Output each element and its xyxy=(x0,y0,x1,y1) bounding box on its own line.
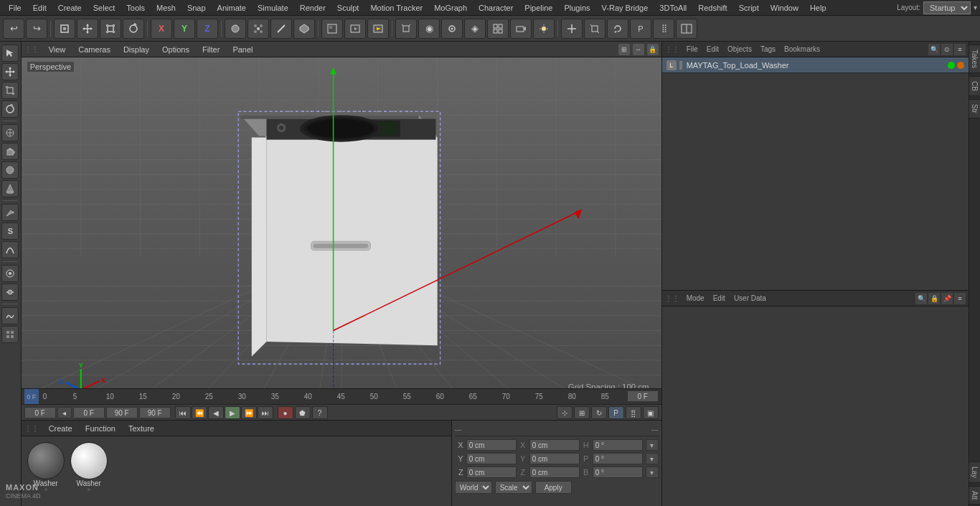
edge-mode-button[interactable] xyxy=(270,19,292,39)
object-render-dot[interactable] xyxy=(957,62,964,69)
menu-mesh[interactable]: Mesh xyxy=(151,2,182,14)
scale-tool-button[interactable] xyxy=(1,82,19,99)
play-reverse-button[interactable]: ◀ xyxy=(208,406,224,419)
attr-lock-icon[interactable]: 🔒 xyxy=(928,293,940,304)
arrow-tool-button[interactable] xyxy=(1,44,19,62)
menu-tools[interactable]: Tools xyxy=(121,2,151,14)
redo-button[interactable]: ↪ xyxy=(26,19,47,39)
move-button[interactable] xyxy=(77,19,98,39)
content-browser-tab[interactable]: CB xyxy=(969,76,980,96)
move-tool-button[interactable] xyxy=(1,63,19,80)
viewport-expand-icon[interactable]: ⊞ xyxy=(618,44,630,55)
play-from-btn[interactable]: P xyxy=(608,406,624,419)
layout-selector[interactable]: Layout: Startup ▾ xyxy=(897,1,977,14)
attributes-mode-menu[interactable]: Mode xyxy=(684,294,707,302)
cone-button[interactable] xyxy=(1,180,19,197)
viewport-filter-menu[interactable]: Filter xyxy=(197,44,225,55)
menu-mograph[interactable]: MoGraph xyxy=(428,2,473,14)
move2-button[interactable] xyxy=(561,19,583,39)
x-axis-button[interactable]: X xyxy=(151,19,172,39)
goto-start-button[interactable]: ⏮ xyxy=(175,406,191,419)
render-picture-viewer-button[interactable] xyxy=(344,19,366,39)
scale2-button[interactable] xyxy=(584,19,606,39)
move-timeline-button[interactable]: ⊹ xyxy=(557,406,573,419)
rotate-button[interactable] xyxy=(123,19,144,39)
dots-button[interactable]: ⣿ xyxy=(653,19,674,39)
rotate2-button[interactable] xyxy=(607,19,628,39)
objects-layout-icon[interactable]: ≡ xyxy=(954,44,966,55)
coord-h-field[interactable]: 0 ° xyxy=(593,439,643,451)
z-axis-button[interactable]: Z xyxy=(197,19,218,39)
object-list-item[interactable]: L MAYTAG_Top_Load_Washer xyxy=(662,57,969,73)
material-swatch-1[interactable] xyxy=(27,442,65,479)
coord-x1-field[interactable]: 0 cm xyxy=(466,439,517,451)
null-object-button[interactable] xyxy=(1,124,19,141)
end-frame-field-2[interactable]: 90 F xyxy=(139,407,171,418)
point-mode-button[interactable] xyxy=(248,19,269,39)
menu-snap[interactable]: Snap xyxy=(182,2,212,14)
camera-persp-button[interactable] xyxy=(395,19,417,39)
menu-redshift[interactable]: Redshift xyxy=(692,2,732,14)
menu-help[interactable]: Help xyxy=(804,2,832,14)
world-dropdown[interactable]: World xyxy=(455,481,492,494)
text-tool-button[interactable]: S xyxy=(1,222,19,240)
select-tool-button[interactable]: ◉ xyxy=(418,19,440,39)
undo-button[interactable]: ↩ xyxy=(3,19,24,39)
viewport[interactable]: ⋮⋮ View Cameras Display Options Filter P… xyxy=(22,42,661,388)
scale-dropdown[interactable]: Scale xyxy=(495,481,532,494)
material-function-menu[interactable]: Function xyxy=(80,423,121,434)
menu-vray[interactable]: V-Ray Bridge xyxy=(596,2,654,14)
viewport-view-menu[interactable]: View xyxy=(43,44,72,55)
render-button[interactable] xyxy=(367,19,389,39)
auto-key-button[interactable]: ⬟ xyxy=(295,406,311,419)
coord-h-arrow[interactable]: ▾ xyxy=(646,439,659,451)
rotate-timeline-button[interactable]: ↻ xyxy=(591,406,607,419)
twirl-button[interactable] xyxy=(441,19,463,39)
cube-button[interactable] xyxy=(1,143,19,160)
pen-button[interactable] xyxy=(1,204,19,221)
material-texture-menu[interactable]: Texture xyxy=(123,423,160,434)
objects-search-icon[interactable]: 🔍 xyxy=(928,44,940,55)
prev-key-button[interactable]: ⏪ xyxy=(192,406,207,419)
objects-objects-menu[interactable]: Objects xyxy=(725,45,755,53)
objects-edit-menu[interactable]: Edit xyxy=(704,45,722,53)
menu-sculpt[interactable]: Sculpt xyxy=(331,2,365,14)
camera-tool-button[interactable] xyxy=(510,19,532,39)
menu-plugins[interactable]: Plugins xyxy=(558,2,595,14)
coord-z2-field[interactable]: 0 cm xyxy=(529,467,580,478)
coord-b-field[interactable]: 0 ° xyxy=(593,467,643,478)
material-create-menu[interactable]: Create xyxy=(43,423,78,434)
frame-step-down-button[interactable]: ◂ xyxy=(57,407,72,418)
menu-script[interactable]: Script xyxy=(733,2,765,14)
coord-p-arrow[interactable]: ▾ xyxy=(646,453,659,464)
magnet-button[interactable]: ◈ xyxy=(464,19,486,39)
rotate-tool-button[interactable] xyxy=(1,100,19,118)
objects-file-menu[interactable]: File xyxy=(684,45,701,53)
coord-y1-field[interactable]: 0 cm xyxy=(466,453,517,464)
structure-tab[interactable]: Str xyxy=(969,99,980,118)
layout-dropdown[interactable]: Startup xyxy=(923,1,971,14)
coord-z1-field[interactable]: 0 cm xyxy=(466,467,517,478)
menu-3dtoall[interactable]: 3DToAll xyxy=(654,2,692,14)
menu-select[interactable]: Select xyxy=(88,2,121,14)
layout2-button[interactable]: ▣ xyxy=(643,406,659,419)
scale-button[interactable] xyxy=(100,19,121,39)
attr-search-icon[interactable]: 🔍 xyxy=(915,293,927,304)
menu-simulate[interactable]: Simulate xyxy=(252,2,294,14)
objects-tags-menu[interactable]: Tags xyxy=(758,45,778,53)
menu-window[interactable]: Window xyxy=(765,2,804,14)
object-visibility-dot[interactable] xyxy=(948,62,955,69)
sphere-button[interactable] xyxy=(1,161,19,179)
coord-b-arrow[interactable]: ▾ xyxy=(646,467,659,478)
attributes-tab[interactable]: Att xyxy=(969,486,980,505)
scale-timeline-button[interactable]: ⊞ xyxy=(574,406,590,419)
menu-create[interactable]: Create xyxy=(52,2,88,14)
menu-render[interactable]: Render xyxy=(294,2,331,14)
menu-edit[interactable]: Edit xyxy=(27,2,52,14)
viewport-cameras-menu[interactable]: Cameras xyxy=(72,44,116,55)
attract-button[interactable] xyxy=(1,284,19,301)
timeline-ruler[interactable]: 0 F 0 5 10 15 20 25 30 35 40 45 50 55 60… xyxy=(22,389,661,405)
play-forward-button[interactable]: ▶ xyxy=(225,406,240,419)
split-button[interactable] xyxy=(676,19,697,39)
coord-x2-field[interactable]: 0 cm xyxy=(529,439,580,451)
